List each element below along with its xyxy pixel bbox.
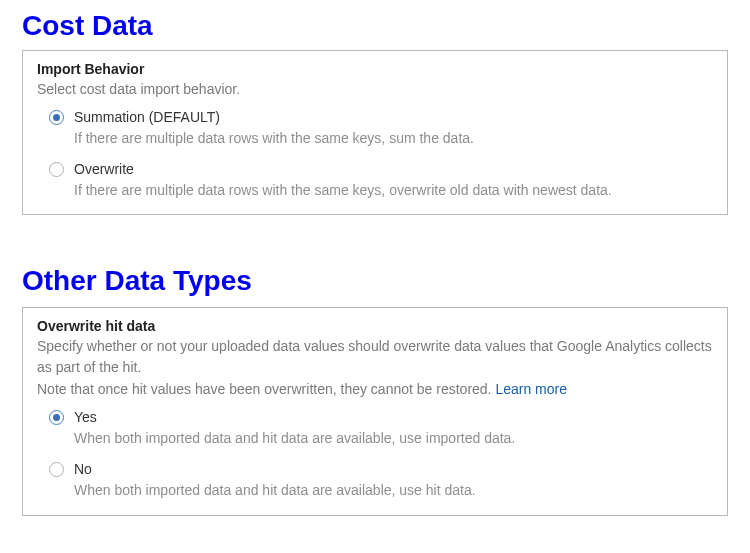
radio-yes-label: Yes [74, 409, 713, 425]
overwrite-hit-title: Overwrite hit data [37, 318, 713, 334]
radio-no-help: When both imported data and hit data are… [74, 481, 713, 501]
option-no: No When both imported data and hit data … [49, 461, 713, 501]
option-summation: Summation (DEFAULT) If there are multipl… [49, 109, 713, 149]
radio-dot-icon [53, 414, 60, 421]
import-behavior-box: Import Behavior Select cost data import … [22, 50, 728, 215]
radio-summation[interactable] [49, 110, 64, 125]
radio-yes[interactable] [49, 410, 64, 425]
option-yes: Yes When both imported data and hit data… [49, 409, 713, 449]
radio-yes-help: When both imported data and hit data are… [74, 429, 713, 449]
overwrite-hit-desc: Specify whether or not your uploaded dat… [37, 336, 713, 377]
radio-overwrite[interactable] [49, 162, 64, 177]
radio-overwrite-help: If there are multiple data rows with the… [74, 181, 713, 201]
cost-data-heading: Cost Data [22, 10, 728, 42]
import-behavior-desc: Select cost data import behavior. [37, 79, 713, 99]
radio-summation-label: Summation (DEFAULT) [74, 109, 713, 125]
overwrite-hit-data-box: Overwrite hit data Specify whether or no… [22, 307, 728, 515]
overwrite-hit-note: Note that once hit values have been over… [37, 379, 713, 399]
radio-no[interactable] [49, 462, 64, 477]
overwrite-hit-note-text: Note that once hit values have been over… [37, 381, 495, 397]
radio-summation-help: If there are multiple data rows with the… [74, 129, 713, 149]
radio-dot-icon [53, 114, 60, 121]
radio-overwrite-label: Overwrite [74, 161, 713, 177]
radio-no-label: No [74, 461, 713, 477]
other-data-types-heading: Other Data Types [22, 265, 728, 297]
learn-more-link[interactable]: Learn more [495, 381, 567, 397]
option-overwrite: Overwrite If there are multiple data row… [49, 161, 713, 201]
import-behavior-title: Import Behavior [37, 61, 713, 77]
